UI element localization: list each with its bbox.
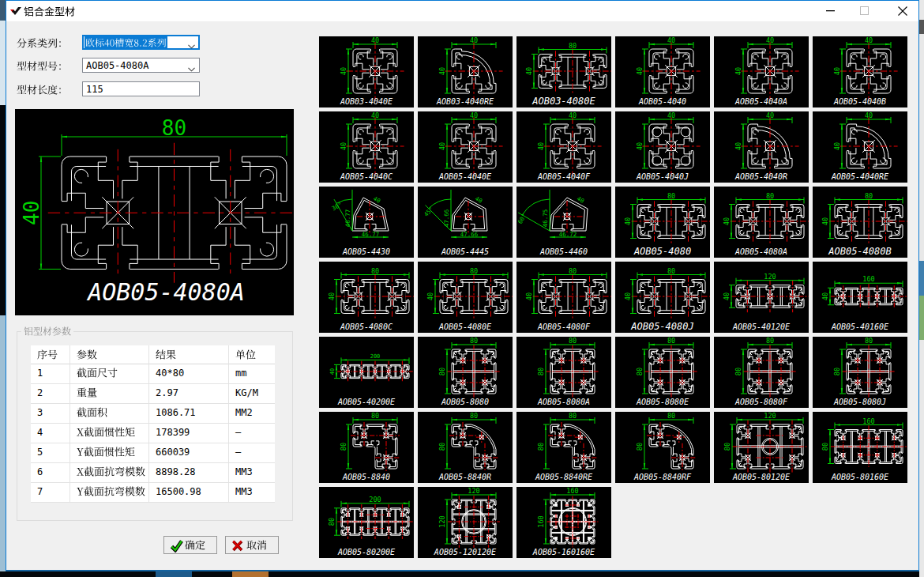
profile-tile[interactable]: 4040AOB05-4040C (319, 111, 414, 183)
svg-text:80: 80 (537, 443, 545, 451)
profile-tile[interactable]: 8080AOB05-8840R (418, 412, 513, 483)
profile-tile[interactable]: 8080AOB05-8080E (615, 337, 710, 408)
profile-tile[interactable]: 30°46.7746.7740AOB05-4430 (319, 187, 414, 258)
profile-tile[interactable]: 45°47.6647.6640AOB05-4445 (418, 187, 513, 258)
profile-tile[interactable]: 8080AOB05-8080F (714, 337, 809, 408)
svg-text:80: 80 (636, 443, 644, 451)
table-row[interactable]: 68898.28MM3 (31, 462, 275, 483)
series-chevron-down-icon[interactable] (188, 40, 195, 51)
profile-tile[interactable]: 20080AOB05-80200E (319, 487, 414, 558)
table-cell (69, 364, 148, 383)
svg-text:80: 80 (636, 368, 644, 375)
svg-text:80: 80 (438, 368, 446, 375)
table-cell: 16500.98 (148, 482, 228, 502)
maximize-button[interactable] (851, 1, 877, 21)
tile-label: AOB05-4080F (537, 322, 591, 331)
close-button[interactable] (890, 1, 915, 21)
profile-drawing: 4040AOB05-4040B (813, 36, 907, 107)
profile-tile[interactable]: 8080AOB05-8080J (813, 337, 907, 408)
svg-text:40: 40 (525, 67, 533, 75)
profile-tile[interactable]: 4040AOB05-4040E (418, 111, 513, 183)
table-row[interactable]: 716500.98MM3 (31, 482, 275, 503)
tile-label: AOB03-4040E (340, 97, 393, 106)
profile-tile[interactable]: 8080AOB05-8080 (418, 337, 513, 408)
profile-tile[interactable]: 8040AOB05-4080 (615, 187, 710, 258)
profile-tile[interactable]: 8040AOB03-4080E (516, 36, 611, 107)
model-combobox-value: AOB05-4080A (86, 60, 148, 71)
model-combobox[interactable]: AOB05-4080A (82, 58, 200, 73)
profile-tile[interactable]: 8080AOB05-8840 (319, 412, 414, 483)
table-row[interactable]: 5660039— (31, 443, 275, 463)
svg-text:60°: 60° (516, 213, 528, 225)
svg-text:80: 80 (470, 337, 478, 345)
profile-tile[interactable]: 60°46.7546.7240AOB05-4460 (516, 187, 611, 258)
series-combobox[interactable] (82, 35, 200, 50)
profile-tile[interactable]: 120120AOB05-120120E (418, 487, 513, 558)
table-row[interactable]: 4178399— (31, 423, 275, 443)
profile-tile[interactable]: 8040AOB05-4080E (418, 262, 513, 333)
table-cell: MM2 (228, 403, 275, 423)
model-chevron-down-icon[interactable] (188, 63, 195, 74)
svg-text:46.77: 46.77 (362, 231, 380, 238)
window-title (24, 6, 75, 17)
minimize-button[interactable] (817, 1, 843, 21)
table-row[interactable]: 31086.71MM2 (31, 403, 275, 424)
tile-label: AOB03-4080E (531, 96, 595, 107)
profile-tile[interactable]: 12040AOB05-40120E (714, 262, 809, 333)
profile-drawing: 12080AOB05-80120E (714, 412, 809, 483)
tile-label: AOB05-120120E (434, 548, 496, 556)
profile-tile[interactable]: 4040AOB05-4040B (813, 36, 907, 107)
tile-label: AOB05-8840R (438, 473, 491, 481)
profile-drawing: 160160AOB05-160160E (516, 487, 611, 558)
profile-tile[interactable]: 4040AOB05-4040A (714, 36, 809, 107)
profile-drawing: 8080AOB05-8840R (418, 412, 513, 483)
profile-drawing: 120120AOB05-120120E (418, 487, 513, 558)
profile-tile[interactable]: 12080AOB05-80120E (714, 412, 809, 483)
profile-tile[interactable]: 16040AOB05-40160E (813, 262, 907, 333)
profile-tile[interactable]: 4040AOB05-4040RE (813, 111, 907, 183)
profile-tile[interactable]: 8040AOB05-4080F (516, 262, 611, 333)
length-input[interactable]: 115 (82, 81, 200, 96)
profile-tile[interactable]: 8080AOB05-8840RE (516, 412, 611, 483)
profile-drawing: 8040AOB05-4080A (714, 187, 809, 258)
profile-drawing: 8080AOB05-8080F (714, 337, 809, 408)
tile-label: AOB05-4080A (734, 247, 787, 256)
svg-text:80: 80 (723, 443, 731, 451)
profile-tile[interactable]: 20040AOB05-40200E (319, 337, 414, 408)
profile-tile[interactable]: 4040AOB05-4040R (714, 111, 809, 183)
title-bar[interactable] (6, 1, 918, 21)
tile-label: AOB05-40200E (337, 398, 395, 406)
profile-tile[interactable]: 4040AOB05-4040J (615, 111, 710, 183)
profile-tile[interactable]: 4040AOB03-4040RE (418, 36, 513, 107)
background-fragment (156, 571, 192, 577)
tile-label: AOB05-4040A (734, 97, 787, 106)
svg-text:80: 80 (569, 267, 577, 275)
svg-text:46.72: 46.72 (559, 231, 577, 238)
svg-text:40: 40 (340, 67, 347, 75)
profile-drawing: 12040AOB05-40120E (714, 262, 809, 333)
table-cell: 2.97 (148, 383, 228, 403)
profile-tile[interactable]: 8040AOB05-4080J (615, 262, 710, 333)
svg-text:40: 40 (537, 142, 545, 150)
tile-label: AOB05-8840RF (633, 473, 692, 481)
svg-text:80: 80 (470, 412, 478, 420)
ok-button[interactable] (163, 536, 217, 554)
profile-tile[interactable]: 4040AOB05-4040F (516, 111, 611, 183)
profile-tile[interactable]: 4040AOB05-4040 (615, 36, 710, 107)
profile-tile[interactable]: 8040AOB05-4080A (714, 187, 809, 258)
profile-drawing: 16080AOB05-80160E (813, 412, 907, 483)
cancel-button[interactable] (225, 536, 279, 554)
tile-label: AOB05-8080F (734, 398, 788, 406)
profile-tile[interactable]: 160160AOB05-160160E (516, 487, 611, 558)
profile-tile[interactable]: 8080AOB05-8840RF (615, 412, 710, 483)
profile-tile[interactable]: 4040AOB03-4040E (319, 36, 414, 107)
table-row[interactable]: 22.97KG/M (31, 383, 275, 404)
profile-tile[interactable]: 8080AOB05-8080A (516, 337, 611, 408)
dialog-window: AOB05-4080A 115 8040AOB05-4080A 140*80mm… (6, 0, 919, 571)
profile-tile[interactable]: 8040AOB05-4080B (813, 187, 907, 258)
profile-tile[interactable]: 8040AOB05-4080C (319, 262, 414, 333)
profile-drawing: 4040AOB05-4040 (615, 36, 710, 107)
svg-text:47.66: 47.66 (443, 209, 450, 227)
profile-tile[interactable]: 16080AOB05-80160E (813, 412, 907, 483)
table-row[interactable]: 140*80mm (31, 364, 275, 384)
